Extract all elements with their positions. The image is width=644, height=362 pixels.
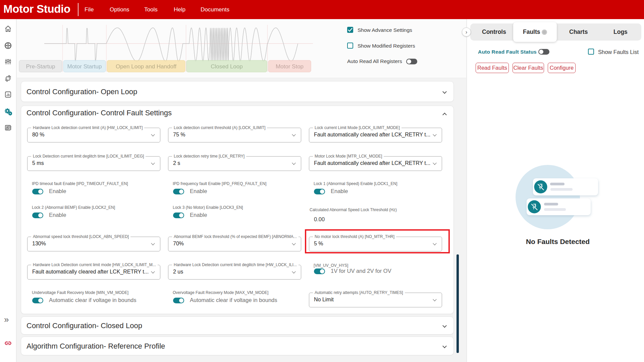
svg-text:Closed Loop: Closed Loop <box>211 63 243 70</box>
svg-text:Open Loop and Handoff: Open Loop and Handoff <box>116 63 176 70</box>
svg-text:Motor Stop: Motor Stop <box>276 63 304 70</box>
svg-text:Pre-Startup: Pre-Startup <box>26 63 55 70</box>
svg-text:Motor Startup: Motor Startup <box>67 63 102 70</box>
